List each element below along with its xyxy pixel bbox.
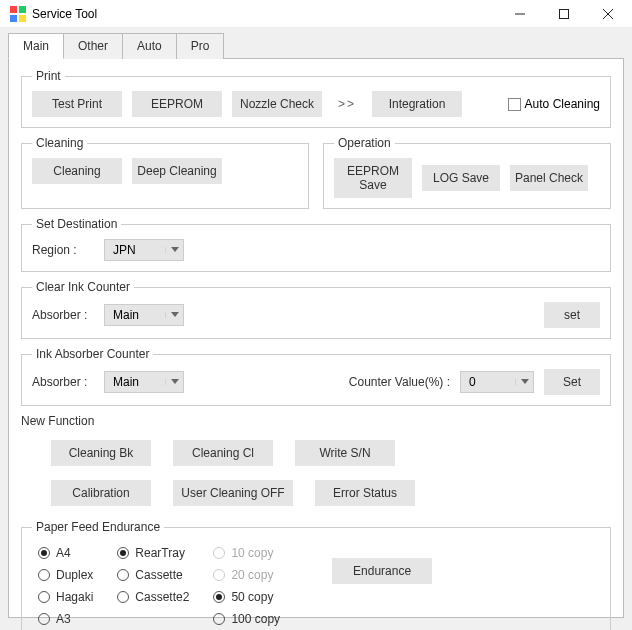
radio-50copy[interactable]: 50 copy (213, 590, 280, 604)
print-group: Print Test Print EEPROM Nozzle Check >> … (21, 69, 611, 128)
clear-ink-counter-group: Clear Ink Counter Absorber : Main set (21, 280, 611, 339)
set-destination-group: Set Destination Region : JPN (21, 217, 611, 272)
cleaning-group: Cleaning Cleaning Deep Cleaning (21, 136, 309, 209)
tab-main[interactable]: Main (8, 33, 64, 59)
error-status-button[interactable]: Error Status (315, 480, 415, 506)
svg-rect-0 (560, 9, 569, 18)
paper-size-radios: A4 Duplex Hagaki A3 (38, 546, 93, 626)
auto-cleaning-label: Auto Cleaning (525, 97, 600, 111)
tab-auto[interactable]: Auto (123, 33, 177, 59)
counter-value: 0 (461, 375, 515, 389)
radio-10copy[interactable]: 10 copy (213, 546, 280, 560)
radio-a3[interactable]: A3 (38, 612, 93, 626)
panel-check-button[interactable]: Panel Check (510, 165, 588, 191)
endurance-button[interactable]: Endurance (332, 558, 432, 584)
test-print-button[interactable]: Test Print (32, 91, 122, 117)
radio-20copy[interactable]: 20 copy (213, 568, 280, 582)
tab-bar: Main Other Auto Pro (8, 33, 624, 59)
clear-ink-legend: Clear Ink Counter (32, 280, 134, 294)
clear-ink-absorber-value: Main (105, 308, 165, 322)
ink-absorber-select[interactable]: Main (104, 371, 184, 393)
clear-ink-set-button[interactable]: set (544, 302, 600, 328)
tab-pro[interactable]: Pro (177, 33, 225, 59)
copy-count-radios: 10 copy 20 copy 50 copy 100 copy (213, 546, 280, 626)
maximize-button[interactable] (542, 0, 586, 28)
radio-hagaki[interactable]: Hagaki (38, 590, 93, 604)
calibration-button[interactable]: Calibration (51, 480, 151, 506)
deep-cleaning-button[interactable]: Deep Cleaning (132, 158, 222, 184)
paper-feed-endurance-group: Paper Feed Endurance A4 Duplex Hagaki A3… (21, 520, 611, 630)
clear-ink-absorber-select[interactable]: Main (104, 304, 184, 326)
radio-cassette[interactable]: Cassette (117, 568, 189, 582)
cleaning-cl-button[interactable]: Cleaning Cl (173, 440, 273, 466)
paper-feed-legend: Paper Feed Endurance (32, 520, 164, 534)
cleaning-legend: Cleaning (32, 136, 87, 150)
print-legend: Print (32, 69, 65, 83)
counter-value-select[interactable]: 0 (460, 371, 534, 393)
cleaning-button[interactable]: Cleaning (32, 158, 122, 184)
counter-value-label: Counter Value(%) : (349, 375, 450, 389)
integration-button[interactable]: Integration (372, 91, 462, 117)
set-destination-legend: Set Destination (32, 217, 121, 231)
minimize-button[interactable] (498, 0, 542, 28)
tab-panel-main: Print Test Print EEPROM Nozzle Check >> … (8, 58, 624, 618)
client-area: Main Other Auto Pro Print Test Print EEP… (0, 28, 632, 630)
eeprom-button[interactable]: EEPROM (132, 91, 222, 117)
chevron-down-icon (165, 379, 183, 385)
new-function-title: New Function (21, 414, 611, 428)
region-select[interactable]: JPN (104, 239, 184, 261)
ink-absorber-counter-group: Ink Absorber Counter Absorber : Main Cou… (21, 347, 611, 406)
absorber-label: Absorber : (32, 308, 94, 322)
cleaning-bk-button[interactable]: Cleaning Bk (51, 440, 151, 466)
window-title: Service Tool (32, 7, 498, 21)
radio-reartray[interactable]: RearTray (117, 546, 189, 560)
paper-source-radios: RearTray Cassette Cassette2 (117, 546, 189, 626)
radio-duplex[interactable]: Duplex (38, 568, 93, 582)
log-save-button[interactable]: LOG Save (422, 165, 500, 191)
nozzle-check-button[interactable]: Nozzle Check (232, 91, 322, 117)
region-label: Region : (32, 243, 94, 257)
radio-a4[interactable]: A4 (38, 546, 93, 560)
ink-absorber-legend: Ink Absorber Counter (32, 347, 153, 361)
checkbox-icon (508, 98, 521, 111)
operation-group: Operation EEPROM Save LOG Save Panel Che… (323, 136, 611, 209)
radio-cassette2[interactable]: Cassette2 (117, 590, 189, 604)
user-cleaning-off-button[interactable]: User Cleaning OFF (173, 480, 293, 506)
tab-other[interactable]: Other (64, 33, 123, 59)
more-icon[interactable]: >> (336, 97, 358, 111)
chevron-down-icon (515, 379, 533, 385)
ink-absorber-value: Main (105, 375, 165, 389)
chevron-down-icon (165, 247, 183, 253)
ink-absorber-label: Absorber : (32, 375, 94, 389)
app-icon (10, 6, 26, 22)
radio-100copy[interactable]: 100 copy (213, 612, 280, 626)
region-value: JPN (105, 243, 165, 257)
titlebar: Service Tool (0, 0, 632, 28)
ink-absorber-set-button[interactable]: Set (544, 369, 600, 395)
eeprom-save-button[interactable]: EEPROM Save (334, 158, 412, 198)
chevron-down-icon (165, 312, 183, 318)
auto-cleaning-checkbox[interactable]: Auto Cleaning (508, 97, 600, 111)
operation-legend: Operation (334, 136, 395, 150)
write-sn-button[interactable]: Write S/N (295, 440, 395, 466)
close-button[interactable] (586, 0, 630, 28)
